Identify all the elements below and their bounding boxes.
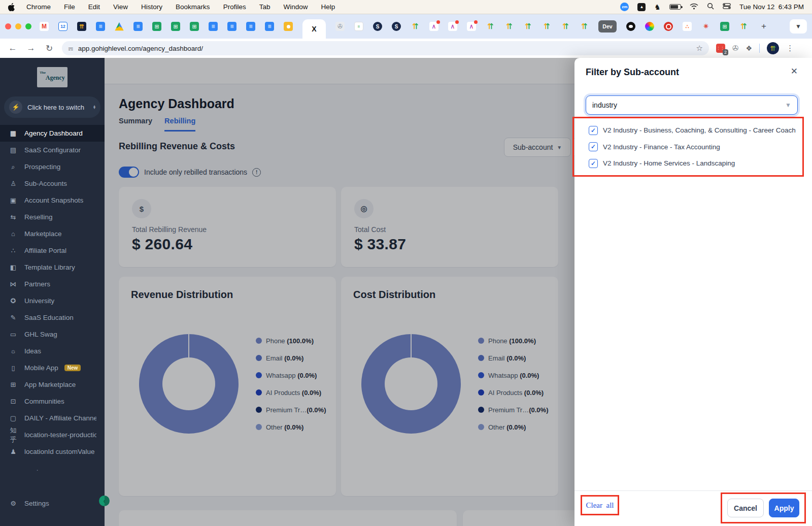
tab-favicon[interactable]: [190, 22, 199, 31]
tab-favicon[interactable]: S: [373, 22, 382, 31]
search-input[interactable]: [586, 101, 785, 109]
screenshot-app-icon[interactable]: ▲: [637, 3, 646, 11]
tab-favicon[interactable]: [448, 22, 457, 31]
sidebar-item[interactable]: 知乎 location-tester-production: [0, 426, 105, 443]
apple-logo-icon[interactable]: [8, 3, 15, 11]
chevron-down-icon[interactable]: ▼: [785, 102, 797, 109]
close-icon[interactable]: ✕: [791, 66, 798, 77]
subaccount-option[interactable]: V2 Industry - Business, Coaching, & Cons…: [574, 126, 802, 135]
maximize-window-button[interactable]: [25, 23, 31, 29]
sidebar-item[interactable]: ▭ GHL Swag: [0, 326, 105, 343]
sidebar-item[interactable]: ▢ DAILY - Affiliate Channel: [0, 410, 105, 426]
sidebar-item[interactable]: ⊡ Communities: [0, 393, 105, 410]
sidebar-item[interactable]: ⌂ Marketplace: [0, 225, 105, 242]
tab-favicon[interactable]: [335, 22, 345, 31]
tab-favicon[interactable]: [523, 22, 532, 31]
sidebar-item[interactable]: ⇆ Reselling: [0, 209, 105, 225]
tab-favicon[interactable]: [720, 22, 729, 31]
tab-favicon[interactable]: [284, 22, 293, 31]
checkbox-checked-icon[interactable]: [589, 126, 598, 135]
tab-favicon[interactable]: M: [40, 22, 49, 31]
browser-menu-icon[interactable]: ⋮: [786, 44, 794, 53]
sidebar-item[interactable]: ♙ Sub-Accounts: [0, 175, 105, 192]
tab-favicon[interactable]: [209, 22, 218, 31]
sidebar-item[interactable]: ▣ Account Snapshots: [0, 192, 105, 209]
battery-icon[interactable]: [669, 4, 681, 10]
tab-favicon[interactable]: +: [758, 22, 770, 31]
tab-favicon[interactable]: [96, 22, 105, 31]
extensions-puzzle-icon[interactable]: ❖: [746, 44, 753, 52]
control-center-icon[interactable]: [723, 3, 731, 11]
checkbox-checked-icon[interactable]: [589, 142, 598, 151]
menubar-item[interactable]: Chrome: [26, 3, 51, 11]
sidebar-item[interactable]: ☼ Ideas: [0, 343, 105, 359]
sidebar-item[interactable]: ✪ University: [0, 292, 105, 309]
checkbox-checked-icon[interactable]: [589, 159, 598, 168]
subaccount-search-select[interactable]: ▼: [586, 95, 798, 115]
profile-avatar[interactable]: [767, 42, 779, 54]
wifi-icon[interactable]: [690, 3, 698, 11]
sidebar-item[interactable]: ⊞ App Marketplace: [0, 376, 105, 393]
menubar-item[interactable]: History: [141, 3, 162, 11]
tab-favicon[interactable]: [411, 22, 420, 31]
tab-favicon[interactable]: [246, 22, 255, 31]
tab-favicon[interactable]: [171, 22, 180, 31]
tab-favicon[interactable]: [265, 22, 274, 31]
tab-favicon[interactable]: [133, 22, 143, 31]
sidebar-item[interactable]: ⋈ Partners: [0, 276, 105, 292]
tab-favicon[interactable]: Dev: [598, 20, 617, 32]
sidebar-item[interactable]: ⌕ Prospecting: [0, 158, 105, 175]
back-button[interactable]: ←: [7, 43, 18, 53]
cancel-button[interactable]: Cancel: [727, 499, 764, 517]
close-window-button[interactable]: [5, 23, 11, 29]
tab-favicon[interactable]: [664, 22, 673, 31]
menubar-item[interactable]: Edit: [88, 3, 100, 11]
account-switcher[interactable]: ⚡ Click here to switch ▴▾: [4, 96, 100, 118]
clear-all-link[interactable]: Clear all: [586, 501, 614, 510]
menubar-item[interactable]: Help: [321, 3, 335, 11]
tab-favicon[interactable]: [739, 22, 748, 31]
menubar-clock[interactable]: Tue Nov 12 6:43 PM: [739, 3, 804, 11]
sidebar-item[interactable]: ◧ Template Library: [0, 259, 105, 276]
tab-favicon[interactable]: [701, 22, 710, 31]
tab-favicon[interactable]: S: [392, 22, 401, 31]
tab-favicon[interactable]: [115, 22, 124, 31]
tab-favicon[interactable]: [542, 22, 551, 31]
sidebar-item-settings[interactable]: ⚙ Settings: [0, 495, 105, 512]
tab-favicon[interactable]: [354, 22, 363, 31]
tab-favicon[interactable]: [77, 22, 86, 31]
tab-favicon[interactable]: [561, 22, 570, 31]
tab-search-chevron-icon[interactable]: ▼: [790, 19, 807, 34]
forward-button[interactable]: →: [25, 43, 37, 53]
extension-icon[interactable]: 2: [716, 44, 725, 53]
menubar-item[interactable]: Profiles: [223, 3, 246, 11]
reload-button[interactable]: ↻: [44, 43, 55, 54]
kangaroo-app-icon[interactable]: ♞: [654, 4, 661, 11]
tab-favicon[interactable]: 12: [58, 22, 67, 31]
menubar-item[interactable]: Bookmarks: [176, 3, 210, 11]
subaccount-option[interactable]: V2 Industry - Home Services - Landscapin…: [574, 159, 802, 168]
minimize-window-button[interactable]: [15, 23, 21, 29]
sidebar-item[interactable]: ✎ SaaS Education: [0, 309, 105, 326]
spotlight-search-icon[interactable]: [707, 3, 714, 11]
tab-favicon[interactable]: [467, 22, 476, 31]
menubar-item[interactable]: Window: [283, 3, 308, 11]
menubar-item[interactable]: Tab: [259, 3, 270, 11]
sidebar-item[interactable]: ∴ Affiliate Portal: [0, 242, 105, 259]
subaccount-option[interactable]: V2 Industry - Finance - Tax Accounting: [574, 142, 802, 151]
tab-favicon[interactable]: [429, 22, 438, 31]
zoom-app-icon[interactable]: zm: [620, 3, 629, 11]
tab-favicon[interactable]: [626, 22, 635, 31]
tab-favicon[interactable]: X: [302, 19, 326, 39]
bookmark-star-icon[interactable]: ☆: [696, 44, 703, 53]
tab-favicon[interactable]: [152, 22, 161, 31]
site-settings-icon[interactable]: ⚎: [68, 45, 73, 52]
sidebar-item[interactable]: ♟ locationId customValue: [0, 443, 105, 460]
sidebar-item[interactable]: ▦ Agency Dashboard: [0, 125, 105, 142]
camera-extension-icon[interactable]: ✇: [732, 44, 739, 53]
tab-favicon[interactable]: [227, 22, 236, 31]
tab-favicon[interactable]: [486, 22, 495, 31]
tab-favicon[interactable]: [504, 22, 514, 31]
menubar-item[interactable]: File: [64, 3, 75, 11]
sidebar-item[interactable]: ▤ SaaS Configurator: [0, 142, 105, 158]
